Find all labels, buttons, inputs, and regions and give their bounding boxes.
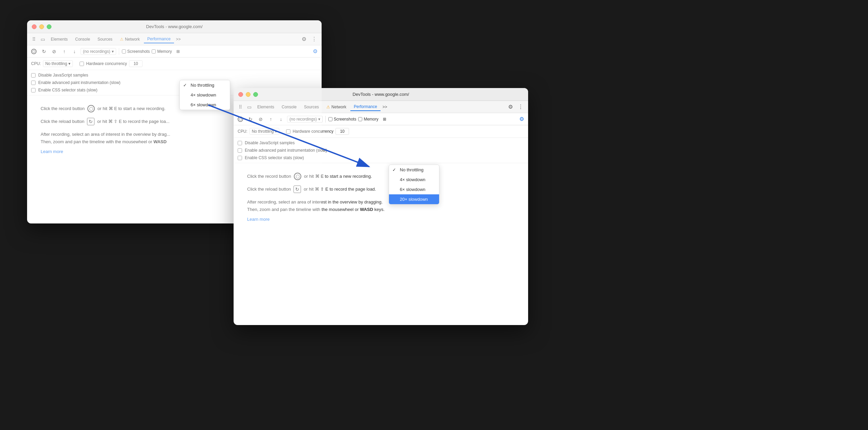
dropdown-item-20x-front[interactable]: 20× slowdown <box>389 194 439 204</box>
more-options-icon-front[interactable]: ⋮ <box>516 102 525 112</box>
settings-gear-front[interactable]: ⚙ <box>518 115 525 123</box>
cpu-dropdown-menu-front[interactable]: No throttling 4× slowdown 6× slowdown 20… <box>389 165 439 205</box>
warning-icon-front: ⚠ <box>326 105 330 109</box>
memory-icon-front[interactable]: ⊞ <box>381 115 389 123</box>
cpu-dropdown-menu-back[interactable]: No throttling 4× slowdown 6× slowdown <box>179 80 230 110</box>
dropdown-item-no-throttling-front[interactable]: No throttling <box>389 165 439 175</box>
devtools-window-back: DevTools - www.google.com/ ⠿ ▭ Elements … <box>27 20 322 223</box>
window-title-front: DevTools - www.google.com/ <box>353 92 409 97</box>
dim-overlay <box>27 20 322 223</box>
memory-checkbox-front[interactable]: Memory <box>358 117 378 122</box>
dropdown-item-no-throttling-back[interactable]: No throttling <box>180 80 230 90</box>
screenshots-checkbox-front[interactable]: Screenshots <box>328 117 356 122</box>
dropdown-item-6x-back[interactable]: 6× slowdown <box>180 100 230 110</box>
dropdown-item-4x-front[interactable]: 4× slowdown <box>389 175 439 185</box>
settings-icon-front[interactable]: ⚙ <box>506 102 515 112</box>
tab-network-front[interactable]: ⚠ Network <box>323 103 350 111</box>
tab-more-front[interactable]: >> <box>381 103 389 111</box>
dropdown-item-4x-back[interactable]: 4× slowdown <box>180 90 230 100</box>
separator-1-front <box>325 116 326 123</box>
dropdown-item-6x-front[interactable]: 6× slowdown <box>389 185 439 194</box>
tab-performance-front[interactable]: Performance <box>350 103 381 111</box>
